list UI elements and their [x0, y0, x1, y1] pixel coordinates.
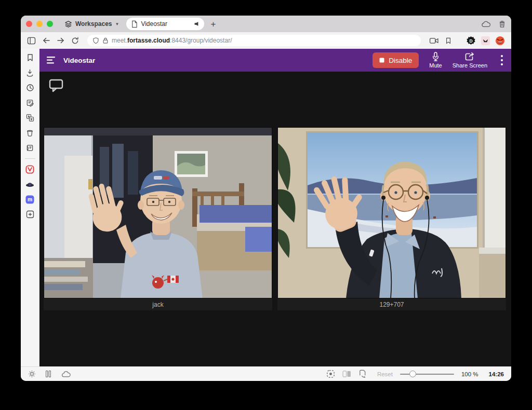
bookmark-flag-icon[interactable] [445, 37, 451, 45]
svg-text:m: m [28, 197, 32, 202]
trash-icon[interactable] [498, 20, 506, 28]
zoom-window-button[interactable] [47, 21, 53, 27]
url-text: meet.fortasse.cloud:8443/group/videostar… [112, 37, 232, 44]
clock: 14:26 [489, 371, 504, 377]
lock-icon [102, 37, 109, 44]
mute-label: Mute [429, 62, 442, 69]
share-screen-icon [464, 52, 475, 62]
bookmarks-panel-icon[interactable] [25, 53, 35, 62]
tab-videostar[interactable]: Videostar [126, 18, 204, 30]
workspaces-label: Workspaces [75, 20, 112, 28]
address-toolbar: meet.fortasse.cloud:8443/group/videostar… [21, 32, 511, 49]
pause-tasks-icon[interactable] [46, 371, 51, 377]
sync-cloud-icon[interactable] [481, 20, 491, 28]
url-field[interactable]: meet.fortasse.cloud:8443/group/videostar… [87, 35, 421, 46]
layers-icon [64, 20, 72, 28]
workspaces-button[interactable]: Workspaces ▼ [64, 20, 119, 28]
share-screen-button[interactable]: Share Screen [453, 52, 487, 69]
tab-audio-icon[interactable] [193, 21, 200, 27]
browser-panel-bar: m [21, 49, 39, 366]
page-icon [131, 20, 138, 28]
notes-panel-icon[interactable] [25, 98, 35, 107]
add-web-panel-icon[interactable] [25, 210, 35, 219]
zoom-slider[interactable] [400, 371, 454, 378]
tab-bar: Workspaces ▼ Videostar + [21, 16, 511, 32]
panel-divider [25, 158, 35, 159]
page-title: Videostar [63, 57, 95, 64]
video-feed-129-707 [277, 127, 506, 298]
forward-button[interactable] [57, 37, 65, 44]
translate-panel-icon[interactable] [25, 113, 35, 122]
disable-button-label: Disable [389, 57, 412, 64]
custom-web-panel-icon[interactable] [25, 180, 35, 189]
zoom-slider-track [400, 374, 454, 375]
extension-bird-icon[interactable] [481, 36, 490, 45]
svg-text:D: D [469, 38, 472, 43]
video-tile-129-707[interactable]: 129+707 [277, 127, 506, 310]
extension-badge-d-icon[interactable]: D [466, 36, 476, 46]
video-feed-jack [44, 127, 272, 298]
chevron-down-icon: ▼ [115, 22, 119, 26]
history-panel-icon[interactable] [25, 83, 35, 92]
app-header: Videostar Disable Mute Share Screen [39, 49, 511, 72]
zoom-slider-handle[interactable] [409, 371, 416, 377]
url-prefix: meet. [112, 37, 127, 44]
camera-icon[interactable] [429, 37, 439, 44]
new-tab-button[interactable]: + [210, 20, 216, 29]
settings-gear-icon[interactable] [28, 370, 36, 378]
stop-square-icon [379, 58, 384, 63]
participant-name: 129+707 [277, 298, 506, 310]
disable-button[interactable]: Disable [373, 52, 419, 68]
participant-name: jack [44, 298, 272, 310]
menu-hamburger-icon[interactable] [47, 57, 56, 64]
mute-button[interactable]: Mute [429, 52, 442, 69]
tracker-shield-icon[interactable] [92, 37, 99, 45]
minimize-window-button[interactable] [36, 21, 43, 27]
vivaldi-web-panel-icon[interactable] [25, 165, 35, 174]
zoom-reset-button[interactable]: Reset [377, 371, 393, 377]
tab-title: Videostar [141, 20, 190, 28]
url-host: fortasse.cloud [127, 37, 170, 44]
extension-angry-face-icon[interactable] [495, 36, 505, 46]
video-tile-jack[interactable]: jack [44, 127, 272, 310]
panel-toggle-icon[interactable] [27, 37, 36, 45]
sync-status-cloud-icon[interactable] [61, 371, 71, 378]
status-bar: Reset 100 % 14:26 [21, 366, 511, 381]
reading-list-panel-icon[interactable] [25, 143, 35, 153]
reload-button[interactable] [71, 37, 79, 45]
microphone-icon [432, 52, 440, 62]
mastodon-web-panel-icon[interactable]: m [25, 195, 35, 204]
zoom-level: 100 % [461, 371, 478, 377]
chat-bubble-icon[interactable] [48, 78, 64, 94]
share-screen-label: Share Screen [453, 62, 487, 69]
more-options-kebab-icon[interactable] [498, 55, 506, 65]
url-path: :8443/group/videostar/ [170, 37, 232, 44]
tab-tiling-icon[interactable] [342, 371, 351, 377]
close-window-button[interactable] [26, 21, 32, 27]
page-actions-icon[interactable] [358, 370, 367, 378]
browser-window: Workspaces ▼ Videostar + [21, 16, 511, 381]
back-button[interactable] [42, 37, 50, 44]
screenshot-capture-icon[interactable] [326, 370, 335, 378]
video-grid: jack [44, 127, 506, 310]
meeting-area: jack [39, 72, 511, 366]
sessions-panel-icon[interactable] [25, 128, 35, 138]
downloads-panel-icon[interactable] [25, 68, 35, 77]
extension-icons: D [466, 36, 505, 46]
traffic-lights [26, 21, 53, 27]
